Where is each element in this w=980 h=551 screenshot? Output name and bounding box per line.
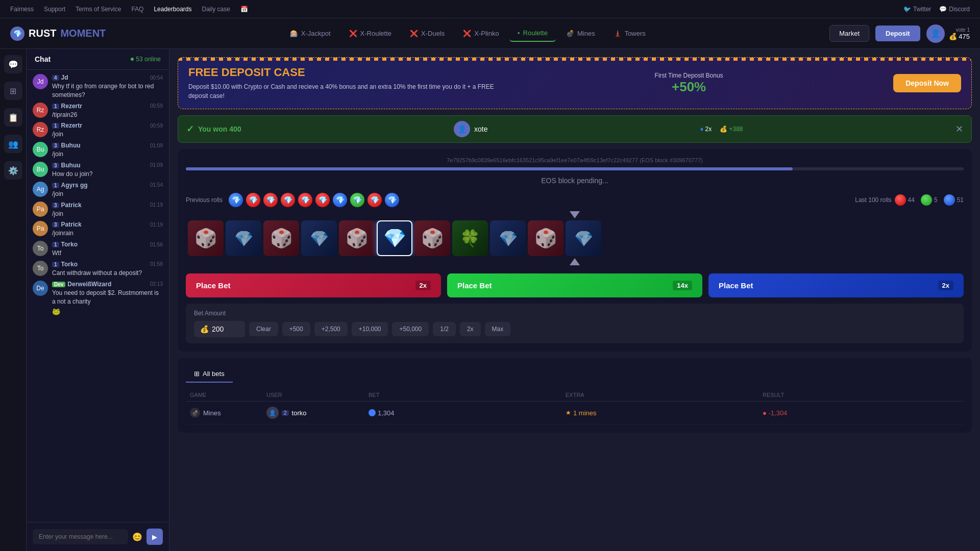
user-info: 👤 vote 1 💰 475 — [926, 24, 970, 43]
double-button[interactable]: 2x — [460, 322, 481, 336]
twitter-link[interactable]: 🐦 Twitter — [903, 6, 931, 13]
nav-leaderboards[interactable]: Leaderboards — [154, 6, 191, 13]
green-bet-button[interactable]: Place Bet 14x — [447, 273, 702, 297]
nav-support[interactable]: Support — [44, 6, 65, 13]
progress-bar — [186, 167, 964, 170]
online-dot — [131, 58, 134, 61]
top-nav-right: 🐦 Twitter 💬 Discord — [903, 6, 970, 13]
roll-gem: 💎 — [263, 193, 278, 207]
main-deposit-button[interactable]: Deposit — [875, 26, 920, 41]
promo-text: FREE DEPOSIT CASE Deposit $10.00 with Cr… — [188, 66, 495, 101]
promo-right: First Time Deposit Bonus +50% — [655, 72, 723, 95]
avatar: Jd — [33, 74, 48, 89]
chat-input[interactable] — [33, 529, 128, 544]
nav-daily-case[interactable]: Daily case — [202, 6, 230, 13]
add-50000-button[interactable]: +50,000 — [392, 322, 429, 336]
all-bets-tab[interactable]: ⊞ All bets — [186, 366, 233, 383]
xjackpot-icon: 🎰 — [290, 30, 298, 37]
towers-icon: 🗼 — [614, 30, 622, 37]
blue-stat: 51 — [944, 194, 964, 206]
wheel-cell: 🎲 — [414, 220, 450, 256]
add-2500-button[interactable]: +2,500 — [314, 322, 348, 336]
list-item: Pa 3Patrick 01:19 /joinrain — [33, 221, 163, 238]
roll-gem: 💎 — [229, 193, 243, 207]
half-button[interactable]: 1/2 — [433, 322, 456, 336]
bets-table-header: GAME USER BET EXTRA RESULT — [186, 389, 964, 402]
add-10000-button[interactable]: +10,000 — [352, 322, 388, 336]
col-bet: BET — [369, 392, 566, 398]
nav-faq[interactable]: FAQ — [131, 6, 143, 13]
avatar: De — [33, 281, 48, 296]
bet-result: ● -1,304 — [763, 409, 960, 417]
chat-title: Chat — [35, 55, 51, 63]
sidebar-grid-icon[interactable]: ⊞ — [4, 82, 22, 100]
logo[interactable]: 💎 RUSTMOMENT — [10, 27, 106, 41]
list-item: To 1Torko 01:56 Wtf — [33, 241, 163, 258]
sidebar-chat-icon[interactable]: 💬 — [4, 55, 22, 73]
sidebar-users-icon[interactable]: 👥 — [4, 135, 22, 153]
logo-rust: RUST — [29, 28, 56, 39]
roulette-area: 7e79257b9c0839e6516ebfc163521c95ca9ef1ee… — [178, 149, 972, 352]
bet-amount: 1,304 — [369, 409, 566, 417]
max-button[interactable]: Max — [485, 322, 511, 336]
previous-rolls: 💎 💎 💎 💎 💎 💎 💎 💎 💎 💎 — [229, 193, 399, 207]
top-nav-left: Fairness Support Terms of Service FAQ Le… — [10, 6, 248, 13]
win-mult: ♦ 2x — [700, 126, 712, 133]
avatar: Pa — [33, 221, 48, 236]
roll-gem: 💎 — [368, 193, 382, 207]
promo-bonus-title: First Time Deposit Bonus — [655, 72, 723, 79]
list-item: Bu 3Buhuu 01:09 /join — [33, 142, 163, 159]
nav-fairness[interactable]: Fairness — [10, 6, 34, 13]
nav-mines[interactable]: 💣 Mines — [558, 26, 603, 41]
roll-gem: 💎 — [281, 193, 295, 207]
add-500-button[interactable]: +500 — [282, 322, 310, 336]
list-item: Pa 3Patrick 01:19 /join — [33, 202, 163, 218]
blue-coin-icon — [369, 409, 376, 416]
col-result: RESULT — [763, 392, 960, 398]
red-bet-button[interactable]: Place Bet 2x — [186, 273, 441, 297]
blue-bet-button[interactable]: Place Bet 2x — [708, 273, 964, 297]
wheel-cell: 💎 — [301, 220, 337, 256]
win-text: You won 400 — [198, 125, 241, 133]
roll-gem: 💎 — [246, 193, 260, 207]
win-stats: ♦ 2x 💰 +388 — [700, 126, 743, 133]
sidebar-settings-icon[interactable]: ⚙️ — [4, 161, 22, 180]
blue-multiplier: 2x — [938, 281, 953, 290]
nav-xjackpot[interactable]: 🎰 X-Jackpot — [282, 26, 339, 41]
nav-xduels[interactable]: ❌ X-Duels — [402, 26, 453, 41]
sidebar-history-icon[interactable]: 📋 — [4, 108, 22, 127]
discord-link[interactable]: 💬 Discord — [939, 6, 970, 13]
blue-gem-icon — [944, 194, 955, 206]
bet-game: 💣 Mines — [190, 408, 266, 418]
wheel-cell: 🍀 — [452, 220, 488, 256]
clear-button[interactable]: Clear — [249, 322, 278, 336]
promo-dots — [178, 58, 971, 61]
block-hash: 7e79257b9c0839e6516ebfc163521c95ca9ef1ee… — [186, 157, 964, 163]
bet-user-avatar: 👤 — [266, 407, 279, 419]
wheel-cell-highlighted: 💎 — [377, 220, 412, 256]
close-icon[interactable]: ✕ — [955, 123, 963, 135]
nav-xroulette[interactable]: ❌ X-Roulette — [341, 26, 400, 41]
wheel-cell: 💎 — [490, 220, 526, 256]
chat-send-button[interactable]: ▶ — [146, 529, 163, 545]
bet-amount-label: Bet Amount — [194, 310, 955, 317]
nav-terms[interactable]: Terms of Service — [76, 6, 121, 13]
deposit-now-button[interactable]: Deposit Now — [893, 74, 961, 92]
progress-fill — [186, 167, 793, 170]
game-nav: 🎰 X-Jackpot ❌ X-Roulette ❌ X-Duels ❌ X-P… — [106, 25, 829, 42]
wheel-pointer-bottom — [186, 258, 964, 265]
red-multiplier: 2x — [415, 281, 431, 290]
bet-amount-row: 💰 200 Clear +500 +2,500 +10,000 +50,000 … — [194, 321, 955, 337]
roll-gem: 💎 — [333, 193, 347, 207]
emoji-button[interactable]: 😊 — [132, 532, 142, 542]
roll-gem: 💎 — [298, 193, 312, 207]
nav-xplinko[interactable]: ❌ X-Plinko — [455, 26, 507, 41]
market-button[interactable]: Market — [829, 25, 869, 42]
nav-towers[interactable]: 🗼 Towers — [605, 26, 654, 41]
chat-msg-content: 4Jd 00:54 Why tf it go from orange for b… — [52, 74, 163, 99]
top-navigation: Fairness Support Terms of Service FAQ Le… — [0, 0, 980, 18]
nav-roulette[interactable]: ● Roulette — [509, 25, 556, 42]
wheel-cell: 💎 — [226, 220, 261, 256]
win-message: ✓ You won 400 — [186, 123, 241, 135]
list-item: De DevDerweißWizard 02:13 You need to de… — [33, 281, 163, 316]
